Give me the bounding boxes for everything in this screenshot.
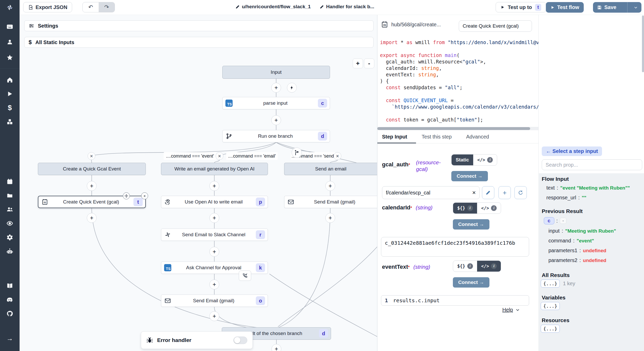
flow-path[interactable]: u/henricourdent/flow_slack_1 xyxy=(235,4,311,10)
gcal-auth-resource-input[interactable]: f/calendar/escp_cal × xyxy=(382,186,480,199)
suspend-approval-indicator[interactable] xyxy=(239,271,251,281)
branch-header-openai[interactable]: Write an email generated by Open AI xyxy=(161,163,268,175)
node-send-email-gmail-right[interactable]: Send Email (gmail) xyxy=(284,196,377,208)
event-text-connect-button[interactable]: Connect → xyxy=(453,277,489,288)
add-branch-button[interactable] xyxy=(292,148,302,158)
branch-header-gcal[interactable]: Create a Quick Gcal Event xyxy=(38,163,146,175)
gcal-auth-connect-button[interactable]: Connect → xyxy=(451,171,488,181)
expand-json-button[interactable]: {...} xyxy=(541,280,560,288)
save-button[interactable]: Save xyxy=(593,4,625,10)
add-step-button[interactable]: + xyxy=(209,311,219,321)
tab-advanced[interactable]: Advanced xyxy=(466,134,489,140)
flow-settings-bar[interactable]: Settings xyxy=(24,20,374,31)
book-icon[interactable] xyxy=(0,281,20,291)
step-summary-input[interactable]: Create Quick Event (gcal) xyxy=(459,20,532,32)
prop-row[interactable]: command:"event" xyxy=(548,238,594,244)
add-step-button[interactable]: + xyxy=(325,181,335,191)
node-create-quick-event-gcal[interactable]: 31 Create Quick Event (gcal) t xyxy=(38,196,146,208)
remove-branch-button[interactable]: × xyxy=(334,152,341,160)
redo-button[interactable]: ↷ xyxy=(99,2,115,12)
javascript-mode-button[interactable]: </>i xyxy=(477,261,501,272)
help-link[interactable]: Help xyxy=(502,307,520,313)
windmill-logo[interactable] xyxy=(0,0,20,15)
app-grid-icon[interactable] xyxy=(0,21,20,32)
template-mode-button[interactable]: ${}i xyxy=(453,261,477,272)
dollar-icon[interactable]: $ xyxy=(0,103,20,113)
star-icon[interactable] xyxy=(0,52,20,63)
select-step-input-button[interactable]: ← Select a step input xyxy=(542,146,602,156)
save-dropdown-button[interactable] xyxy=(630,2,641,13)
add-step-button[interactable]: + xyxy=(209,280,219,289)
folder-icon[interactable] xyxy=(0,190,20,201)
add-resource-button[interactable]: + xyxy=(498,186,511,199)
collapse-button[interactable]: - xyxy=(560,218,566,224)
clear-icon[interactable]: × xyxy=(472,189,476,196)
add-step-button[interactable]: + xyxy=(209,181,219,191)
robot-icon[interactable] xyxy=(0,246,20,256)
test-up-to-button[interactable]: Test up to t xyxy=(496,2,546,12)
move-node-handle[interactable] xyxy=(123,192,130,199)
template-mode-button[interactable]: ${}i xyxy=(453,203,477,214)
node-send-email-slack[interactable]: Send Email to Slack Channel r xyxy=(161,228,268,241)
undo-button[interactable]: ↶ xyxy=(83,2,99,12)
static-inputs-bar[interactable]: $ All Static Inputs xyxy=(24,37,374,48)
tab-test-this-step[interactable]: Test this step xyxy=(422,134,452,140)
users-icon[interactable] xyxy=(0,204,20,215)
tab-step-input[interactable]: Step Input xyxy=(382,134,407,140)
error-handler-bar[interactable]: Error handler xyxy=(141,331,253,349)
prop-row[interactable]: text:"event "Meeting with Ruben"" xyxy=(546,185,630,191)
calendar-icon[interactable] xyxy=(0,176,20,187)
discord-icon[interactable] xyxy=(0,295,20,305)
node-use-openai[interactable]: Use Open AI to write email p xyxy=(161,196,268,208)
zoom-in-button[interactable]: + xyxy=(353,59,363,68)
flow-canvas[interactable]: Settings $ All Static Inputs + - Input +… xyxy=(20,15,377,351)
error-handler-toggle[interactable] xyxy=(233,337,247,344)
user-icon[interactable] xyxy=(0,37,20,47)
delete-node-button[interactable]: × xyxy=(141,192,148,199)
flow-summary[interactable]: Handler for slack b... xyxy=(320,4,374,10)
refresh-resource-button[interactable] xyxy=(514,186,527,199)
add-step-button[interactable]: + xyxy=(325,213,335,223)
play-icon[interactable] xyxy=(0,89,20,99)
prop-row[interactable]: parameters2:undefined xyxy=(548,257,606,263)
test-flow-button[interactable]: Test flow xyxy=(546,2,584,13)
branch-condition-event[interactable]: ....command === 'event' xyxy=(164,152,216,160)
edit-resource-button[interactable] xyxy=(482,186,494,199)
search-prop-input[interactable]: Search prop... xyxy=(542,159,642,170)
trigger-bolt-button[interactable] xyxy=(287,83,297,93)
expand-json-button[interactable]: {...} xyxy=(541,325,560,333)
node-ask-channel-approval[interactable]: TS Ask Channel for Approval k xyxy=(161,262,268,274)
javascript-mode-button[interactable]: </>i xyxy=(477,203,501,214)
calendar-id-connect-button[interactable]: Connect → xyxy=(453,219,489,230)
add-step-button[interactable]: + xyxy=(209,247,219,257)
node-parse-input[interactable]: TS parse input c xyxy=(222,97,330,109)
add-step-button[interactable]: + xyxy=(271,83,281,93)
zoom-out-button[interactable]: - xyxy=(364,59,374,68)
remove-branch-button[interactable]: × xyxy=(216,152,223,160)
gear-icon[interactable] xyxy=(0,232,20,242)
add-step-button[interactable]: + xyxy=(87,181,97,191)
github-icon[interactable] xyxy=(0,308,20,319)
prop-row[interactable]: parameters1:undefined xyxy=(548,248,606,254)
node-send-email-gmail-mid[interactable]: Send Email (gmail) o xyxy=(161,295,268,307)
calendar-id-input[interactable]: c_0312442e881ae6fcf1dec23f54916a389f1c17… xyxy=(381,237,529,257)
collapse-arrow-icon[interactable]: → xyxy=(0,333,20,344)
branch-header-send[interactable]: Send an email xyxy=(284,163,377,175)
remove-branch-button[interactable]: × xyxy=(88,152,95,160)
page-scrollbar[interactable] xyxy=(642,15,644,72)
eye-icon[interactable] xyxy=(0,218,20,228)
prop-row[interactable]: response_url:"" xyxy=(546,195,586,201)
static-mode-button[interactable]: Static xyxy=(452,154,473,165)
add-step-button[interactable]: + xyxy=(272,344,281,351)
node-flow-input[interactable]: Input xyxy=(222,66,330,79)
add-step-button[interactable]: + xyxy=(87,213,97,223)
node-run-one-branch[interactable]: Run one branch d xyxy=(222,130,330,142)
prop-row[interactable]: input:"Meeting with Ruben" xyxy=(548,228,616,234)
event-text-expression-input[interactable]: 1 results.c.input xyxy=(381,295,529,306)
home-icon[interactable] xyxy=(0,75,20,85)
branch-condition-email[interactable]: ....command === 'email' xyxy=(226,152,278,160)
previous-result-key[interactable]: c : - xyxy=(544,217,566,224)
export-json-button[interactable]: Export JSON xyxy=(23,2,72,12)
add-step-button[interactable]: + xyxy=(271,115,281,125)
javascript-mode-button[interactable]: </>i xyxy=(473,154,497,165)
